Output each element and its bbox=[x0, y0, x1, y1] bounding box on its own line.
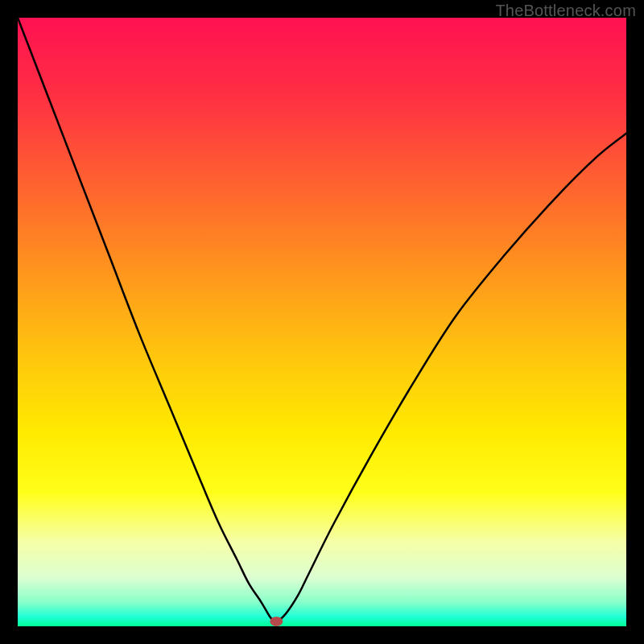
curve-plot bbox=[18, 18, 626, 626]
plot-area bbox=[18, 18, 626, 626]
bottleneck-curve-path bbox=[18, 18, 626, 621]
chart-frame: TheBottleneck.com bbox=[0, 0, 644, 644]
optimum-marker bbox=[270, 617, 283, 626]
